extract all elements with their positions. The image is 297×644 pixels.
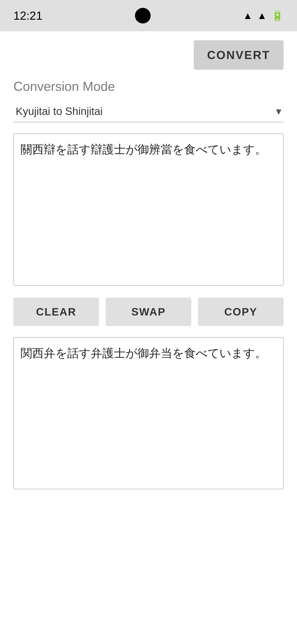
conversion-mode-dropdown[interactable]: Kyujitai to Shinjitai ▾ [13, 100, 284, 122]
action-buttons-row: CLEAR SWAP COPY [13, 298, 284, 326]
output-text-area: 関西弁を話す弁護士が御弁当を食べています。 [13, 337, 284, 489]
battery-icon: 🔋 [271, 10, 284, 22]
status-time: 12:21 [13, 9, 42, 22]
convert-button[interactable]: CONVERT [194, 40, 284, 70]
wifi-icon: ▲ [243, 10, 253, 21]
clear-button[interactable]: CLEAR [13, 298, 99, 326]
swap-button[interactable]: SWAP [106, 298, 191, 326]
dropdown-selected-value: Kyujitai to Shinjitai [16, 105, 103, 118]
status-bar: 12:21 ▲ ▲ 🔋 [0, 0, 297, 31]
chevron-down-icon: ▾ [276, 105, 281, 118]
input-text-area[interactable] [13, 134, 284, 286]
camera-dot [135, 8, 151, 24]
signal-icon: ▲ [257, 10, 267, 21]
conversion-mode-label: Conversion Mode [13, 79, 284, 94]
app-content: CONVERT Conversion Mode Kyujitai to Shin… [0, 31, 297, 498]
status-icons: ▲ ▲ 🔋 [243, 10, 284, 22]
copy-button[interactable]: COPY [198, 298, 284, 326]
